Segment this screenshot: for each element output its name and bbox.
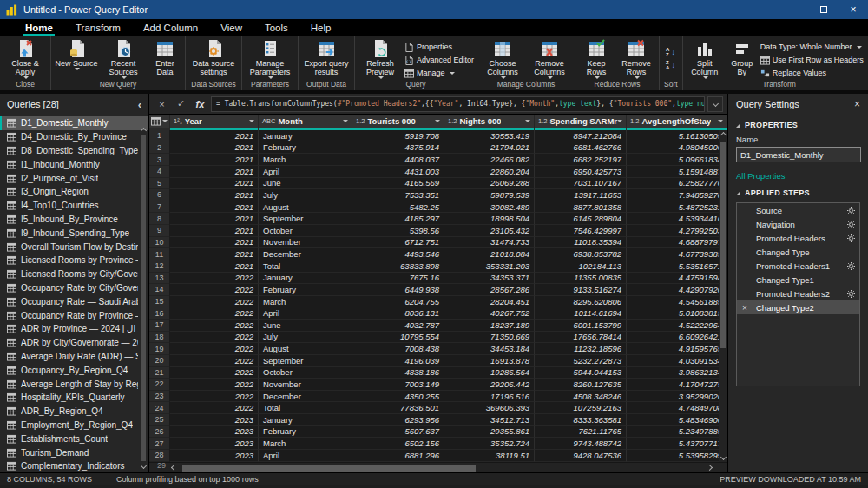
scroll-up-icon[interactable] [141,128,147,134]
minimize-button[interactable] [779,0,809,19]
column-header-tourists-000[interactable]: 1.2Tourists 000 [352,115,444,128]
table-row[interactable]: 282023April6881.29638119.519428.0475365.… [149,450,727,462]
query-item-adr-by-city-governorate-2024[interactable]: ADR by City/Governorate — 2024 | م... [0,336,148,350]
query-item-average-daily-rate-adr-saudi-a[interactable]: Average Daily Rate (ADR) — Saudi A... [0,350,148,364]
filter-caret-icon[interactable] [249,120,254,122]
step-settings-gear-icon[interactable] [847,262,855,270]
query-item-employment-by-region-q4[interactable]: Employment_By_Region_Q4 [0,419,148,432]
sort-ascending-button[interactable]: AZ ↓ [666,47,675,58]
query-item-i1-inbound-monthly[interactable]: I1_Inbound_Monthly [0,157,148,171]
remove-rows-button[interactable]: Remove Rows [616,38,656,79]
table-row[interactable]: 32021March4408.03722466.0826682.2521975.… [149,154,727,166]
column-header-month[interactable]: ABCMonth [259,115,352,128]
table-row[interactable]: 222022November7003.14929206.4428260.1276… [149,379,727,391]
step-settings-gear-icon[interactable] [847,290,855,298]
query-item-i2-purpose-of-visit[interactable]: I2_Purpose_of_Visit [0,171,148,185]
query-item-d4-domestic-by-province[interactable]: D4_Domestic_By_Province [0,130,148,144]
new-source-button[interactable]: New Source [54,38,99,70]
query-item-i9-inbound-spending-type[interactable]: I9_Inbound_Spending_Type [0,226,148,240]
commit-formula-button[interactable]: ✓ [173,98,189,109]
query-item-d8-domestic-spending-type[interactable]: D8_Domestic_Spending_Type [0,144,148,158]
table-row[interactable]: 52021June4165.56926069.2887031.1071676.2… [149,178,727,190]
query-item-i5-inbound-by-province[interactable]: I5_Inbound_By_Province [0,213,148,227]
applied-step-changed-type[interactable]: Changed Type [737,245,859,259]
table-row[interactable]: 192022August7008.43834453.18411232.18596… [149,343,727,355]
choose-columns-button[interactable]: Choose Columns [480,38,525,79]
data-type-button[interactable]: Data Type: Whole Number [760,41,868,53]
collapse-queries-pane-button[interactable]: ‹ [138,99,141,110]
delete-step-icon[interactable]: × [742,303,756,313]
column-header-year[interactable]: 1²₃Year [170,115,259,128]
table-row[interactable]: 142022February6449.93828567.2869133.5162… [149,284,727,296]
table-row[interactable]: 112021December4493.54621018.0846938.8537… [149,248,727,260]
export-query-results-button[interactable]: Export query results [301,38,352,76]
close-pane-icon[interactable]: × [854,99,860,109]
applied-step-promoted-headers1[interactable]: Promoted Headers1 [737,259,859,273]
table-row[interactable]: 242022Total77836.501369606.393107259.216… [149,402,727,414]
query-item-occupancy-rate-by-city-governorat[interactable]: Occupancy Rate by City/Governorat... [0,281,148,295]
formula-input[interactable]: = Table.TransformColumnTypes(#"Promoted … [211,96,705,112]
menu-tab-tools[interactable]: Tools [253,19,299,36]
query-item-average-length-of-stay-by-region[interactable]: Average Length of Stay by Region —... [0,377,148,391]
scroll-up-icon[interactable] [720,132,726,138]
maximize-button[interactable] [809,0,838,19]
manage-parameters-button[interactable]: Manage Parameters [245,38,295,79]
menu-tab-transform[interactable]: Transform [64,19,132,36]
query-item-adr-by-province-2024[interactable]: ADR by Province — 2024 | متوسط ال... [0,322,148,336]
scroll-right-icon[interactable] [707,465,713,471]
recent-sources-button[interactable]: Recent Sources [101,38,146,79]
applied-step-changed-type2[interactable]: ×Changed Type2 [737,300,859,314]
menu-tab-add-column[interactable]: Add Column [132,19,209,36]
remove-columns-button[interactable]: Remove Columns [527,38,572,79]
query-item-complementary-indicators[interactable]: Complementary_Indicators [0,459,148,472]
table-row[interactable]: 232022December4350.25517196.5164508.3482… [149,391,727,403]
properties-section-header[interactable]: PROPERTIES [736,121,860,129]
menu-tab-home[interactable]: Home [14,19,64,36]
table-row[interactable]: 42021April4431.00322860.2046950.4257735.… [149,166,727,178]
table-row[interactable]: 152022March6204.75528204.4518295.6208064… [149,296,727,308]
applied-step-promoted-headers[interactable]: Promoted Headers [737,231,859,245]
filter-caret-icon[interactable] [343,120,348,122]
table-row[interactable]: 82021September4185.29718998.5046145.2898… [149,213,727,225]
query-item-i4-top10-countries[interactable]: I4_Top10_Countries [0,199,148,213]
group-by-button[interactable]: Group By [726,38,759,76]
table-row[interactable]: 202022September4196.03916913.8785232.272… [149,355,727,367]
split-column-button[interactable]: Split Column [686,38,724,79]
menu-tab-view[interactable]: View [209,19,253,36]
table-row[interactable]: 212022October4838.18619286.5645944.04415… [149,367,727,379]
column-header-avglengthofstay[interactable]: 1.2AvgLengthOfStay [627,115,727,128]
data-source-settings-button[interactable]: Data source settings [188,38,239,76]
vertical-scrollbar[interactable] [719,130,727,462]
query-item-hospitality-kpis-quarterly[interactable]: Hospitality_KPIs_Quarterly [0,391,148,405]
keep-rows-button[interactable]: Keep Rows [578,38,615,79]
use-first-row-as-headers-button[interactable]: Use First Row as Headers [760,54,868,66]
scrollbar-thumb[interactable] [182,465,476,472]
query-item-adr-by-region-q4[interactable]: ADR_By_Region_Q4 [0,405,148,419]
applied-step-source[interactable]: Source [737,203,859,217]
enter-data-button[interactable]: Enter Data [148,38,182,76]
properties-button[interactable]: Properties [404,41,474,53]
column-header-nights-000[interactable]: 1.2Nights 000 [444,115,535,128]
table-row[interactable]: 252023January6293.95634512.7138333.36358… [149,414,727,426]
column-header-spending-sarmn[interactable]: 1.2Spending SARMn [535,115,627,128]
query-item-i3-origin-region[interactable]: I3_Origin_Region [0,185,148,199]
table-row[interactable]: 72021August5482.2530082.4898877.8013585.… [149,201,727,214]
scroll-down-icon[interactable] [720,454,726,460]
queries-scrollbar[interactable] [140,129,148,468]
close-button[interactable]: × [838,0,868,19]
advanced-editor-button[interactable]: Advanced Editor [404,54,474,66]
query-item-establishments-count[interactable]: Establishments_Count [0,432,148,445]
table-row[interactable]: 162022April8036.13140267.75210114.616945… [149,307,727,320]
menu-tab-help[interactable]: Help [299,19,343,36]
filter-caret-icon[interactable] [435,120,440,122]
profiling-status[interactable]: Column profiling based on top 1000 rows [116,475,259,484]
applied-steps-section-header[interactable]: APPLIED STEPS [736,188,860,197]
sort-descending-button[interactable]: ZA ↓ [666,60,675,71]
scrollbar-thumb[interactable] [720,142,726,348]
query-item-overall-tourism-flow-by-destination[interactable]: Overall Tourism Flow by Destination... [0,240,148,254]
filter-caret-icon[interactable] [718,120,723,122]
table-row[interactable]: 132022January7675.1634353.37111355.00835… [149,273,727,285]
filter-caret-icon[interactable] [525,120,530,122]
applied-step-promoted-headers2[interactable]: Promoted Headers2 [737,287,859,300]
scrollbar-thumb[interactable] [141,135,146,461]
